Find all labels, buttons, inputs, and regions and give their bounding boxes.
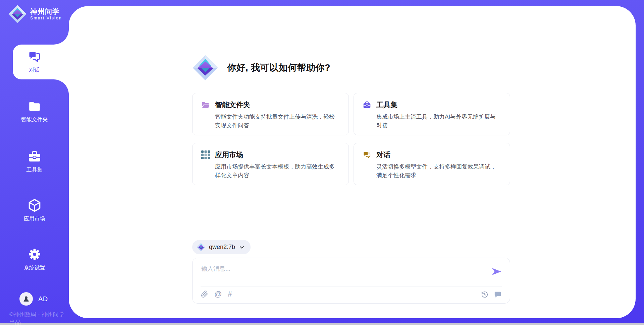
card-chat[interactable]: 对话 灵活切换多模型文件，支持多样回复效果调试，满足个性化需求 [354, 143, 510, 185]
card-app-market[interactable]: 应用市场 应用市场提供丰富长文本模板，助力高效生成多样化文章内容 [192, 143, 349, 185]
card-description: 灵活切换多模型文件，支持多样回复效果调试，满足个性化需求 [376, 162, 501, 180]
card-description: 集成市场上主流工具，助力AI与外界无缝扩展与对接 [376, 113, 501, 130]
mention-icon[interactable]: @ [214, 290, 222, 298]
card-description: 智能文件夹功能支持批量文件上传与清洗，轻松实现文件问答 [215, 113, 340, 130]
sidebar-item-app-market[interactable]: 应用市场 [0, 198, 69, 222]
card-title: 工具集 [376, 100, 397, 110]
feature-cards: 智能文件夹 智能文件夹功能支持批量文件上传与清洗，轻松实现文件问答 工具集 集成… [192, 93, 510, 185]
card-smart-folder[interactable]: 智能文件夹 智能文件夹功能支持批量文件上传与清洗，轻松实现文件问答 [192, 93, 349, 135]
card-title: 对话 [376, 150, 390, 159]
sidebar-item-toolkit[interactable]: 工具集 [0, 149, 69, 174]
app-window: 神州问学 Smart Vision 对话 智能文件夹 [0, 0, 644, 325]
greeting-gem-icon [192, 54, 218, 82]
gear-icon [28, 247, 42, 261]
message-input[interactable] [201, 265, 490, 283]
card-toolkit[interactable]: 工具集 集成市场上主流工具，助力AI与外界无缝扩展与对接 [354, 93, 510, 135]
person-icon [22, 295, 30, 303]
sidebar-item-label: 智能文件夹 [21, 116, 48, 123]
briefcase-icon [28, 149, 42, 164]
card-title: 智能文件夹 [215, 100, 250, 110]
greeting-row: 你好, 我可以如何帮助你? [192, 54, 330, 82]
brand-logo: 神州问学 Smart Vision [8, 5, 62, 23]
greeting-text: 你好, 我可以如何帮助你? [227, 62, 330, 74]
sidebar-item-label: 工具集 [26, 167, 43, 174]
chevron-down-icon [238, 244, 245, 251]
app-title: 神州问学 [30, 8, 62, 16]
brand-gem-icon [8, 5, 27, 23]
sidebar-item-smart-folder[interactable]: 智能文件夹 [0, 99, 69, 123]
sidebar-item-label: 应用市场 [24, 215, 45, 222]
hashtag-icon[interactable]: # [228, 290, 232, 298]
user-initials: AD [38, 295, 48, 303]
send-icon[interactable] [491, 267, 502, 276]
folder-open-icon [201, 101, 210, 109]
feedback-chat-icon[interactable] [494, 291, 501, 298]
sidebar: 神州问学 Smart Vision 对话 智能文件夹 [0, 0, 69, 323]
message-composer: @ # [192, 258, 510, 304]
sidebar-item-label: 系统设置 [24, 264, 45, 271]
composer-divider [201, 286, 502, 286]
model-name: qwen2:7b [209, 244, 235, 251]
avatar [19, 292, 33, 306]
cube-icon [28, 198, 42, 212]
sidebar-item-label: 对话 [29, 67, 40, 74]
app-subtitle: Smart Vision [30, 16, 62, 20]
grid-icon [201, 150, 210, 159]
chat-bubbles-icon [28, 50, 42, 64]
model-selector[interactable]: qwen2:7b [192, 240, 251, 254]
history-icon[interactable] [481, 291, 488, 298]
folder-icon [28, 99, 42, 113]
model-gem-icon [197, 243, 206, 252]
sidebar-item-chat[interactable]: 对话 [0, 50, 69, 74]
user-profile[interactable]: AD [19, 292, 48, 306]
sidebar-item-settings[interactable]: 系统设置 [0, 247, 69, 271]
card-title: 应用市场 [215, 150, 243, 159]
card-description: 应用市场提供丰富长文本模板，助力高效生成多样化文章内容 [215, 162, 340, 180]
paperclip-icon[interactable] [201, 290, 208, 298]
window-bottom-edge [0, 323, 644, 325]
copyright-footer: ©神州数码 · 神州问学出品 [9, 311, 69, 325]
briefcase-icon [363, 101, 371, 109]
chat-bubbles-icon [363, 150, 371, 159]
